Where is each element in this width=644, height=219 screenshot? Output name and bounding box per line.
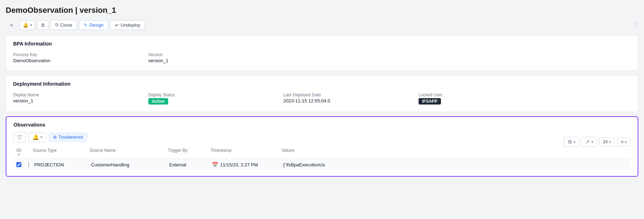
view-toggle[interactable]: ≡ ▾ (617, 138, 630, 146)
version-cell: Version version_1 (148, 51, 283, 65)
bpa-info-title: BPA Information (13, 41, 631, 47)
deploy-name-cell: Deploy Name version_1 (13, 91, 148, 106)
status-badge: Active (148, 98, 168, 105)
export-button[interactable]: ↗ ▾ (581, 137, 597, 147)
page-title: DemoObservation | version_1 (6, 6, 638, 15)
deploy-status-label: Deploy Status (148, 92, 283, 97)
export-icon: ↗ (585, 139, 590, 145)
deployment-info-title: Deployment Information (13, 81, 631, 87)
deployment-info-card: Deployment Information Deploy Name versi… (6, 75, 638, 112)
design-button[interactable]: ✎ Design (79, 20, 108, 30)
locked-user-cell: Locked User IFSAPP (419, 91, 631, 106)
view-icon: ≡ (621, 139, 623, 144)
troubleshoot-button[interactable]: ⚙ Troubleshoot (49, 133, 87, 141)
deployment-info-row: Deploy Name version_1 Deploy Status Acti… (13, 91, 631, 106)
obs-bell-button[interactable]: 🔔 ▾ (28, 132, 46, 142)
observations-title: Observations (14, 122, 630, 128)
bell-button[interactable]: 🔔 ▾ (20, 20, 35, 30)
top-toolbar: « 🔔 ▾ 🗑 ⧉ Clone ✎ Design ↩ Undeploy ♡ (6, 20, 638, 30)
undeploy-button[interactable]: ↩ Undeploy (110, 20, 145, 30)
observations-toolbar: ▽ 🔔 ▾ ⚙ Troubleshoot ⚙ ▾ ↗ ▾ (14, 132, 630, 142)
count-label: (1) (16, 148, 21, 152)
export-chevron: ▾ (591, 140, 593, 144)
count-selector[interactable]: 24 ▾ (599, 138, 615, 146)
locked-user-badge: IFSAPP (419, 98, 441, 105)
deploy-status-cell: Deploy Status Active (148, 91, 283, 106)
process-key-value: DemoObservation (13, 58, 148, 63)
calendar-icon: 📅 (212, 162, 218, 167)
version-value: version_1 (148, 58, 283, 63)
check-label: ✓ (17, 152, 21, 156)
design-icon: ✎ (84, 22, 87, 28)
gear-icon: ⚙ (568, 139, 572, 145)
count-value: 24 (603, 139, 608, 144)
observations-card: Observations ▽ 🔔 ▾ ⚙ Troubleshoot ⚙ ▾ (6, 116, 638, 177)
settings-button[interactable]: ⚙ ▾ (564, 137, 579, 147)
bell-icon: 🔔 (23, 22, 28, 28)
row-source-type: PROJECTION (33, 162, 90, 167)
row-values: {"ifsBpaExecutionUs (282, 162, 630, 167)
row-checkbox-cell[interactable] (14, 162, 24, 167)
deploy-name-value: version_1 (13, 98, 148, 103)
last-deployed-cell: Last Deployed Date 2023-11-15 12:55:04.0 (283, 91, 419, 106)
col-menu-header (24, 148, 33, 156)
count-chevron: ▾ (609, 140, 611, 144)
filter-icon: ▽ (17, 134, 22, 140)
col-timestamp-header: Timestamp (211, 148, 282, 156)
view-chevron: ▾ (625, 140, 627, 144)
col-source-name-header: Source Name (90, 148, 168, 156)
deploy-name-label: Deploy Name (13, 92, 148, 97)
row-timestamp: 📅 11/15/23, 2:27 PM (211, 162, 282, 167)
timestamp-value: 11/15/23, 2:27 PM (220, 162, 258, 167)
bpa-info-row: Process Key DemoObservation Version vers… (13, 51, 631, 65)
table-header: (1) ✓ Source Type Source Name Trigger By… (14, 146, 630, 159)
trash-button[interactable]: 🗑 (37, 20, 48, 30)
favorite-button[interactable]: ♡ (633, 21, 638, 29)
obs-bell-icon: 🔔 (32, 134, 39, 140)
bpa-info-card: BPA Information Process Key DemoObservat… (6, 35, 638, 71)
trash-icon: 🗑 (41, 22, 45, 28)
undeploy-icon: ↩ (115, 22, 119, 28)
col-values-header: Values (282, 148, 630, 156)
version-label: Version (148, 52, 283, 57)
row-source-name: CustomerHandling (90, 162, 168, 167)
process-key-label: Process Key (13, 52, 148, 57)
last-deployed-value: 2023-11-15 12:55:04.0 (283, 98, 419, 103)
row-trigger-by: External (168, 162, 211, 167)
gear-chevron: ▾ (574, 140, 575, 144)
filter-button[interactable]: ▽ (14, 132, 26, 142)
process-key-cell: Process Key DemoObservation (13, 51, 148, 65)
col-source-type-header: Source Type (33, 148, 90, 156)
row-menu-button[interactable]: ⋮ (24, 162, 33, 167)
locked-user-label: Locked User (419, 92, 631, 97)
clone-button[interactable]: ⧉ Clone (50, 20, 77, 30)
table-row: ⋮ PROJECTION CustomerHandling External 📅… (14, 159, 630, 170)
back-button[interactable]: « (6, 20, 17, 30)
row-checkbox[interactable] (16, 162, 21, 167)
col-trigger-header: Trigger By (168, 148, 211, 156)
col-select-header: (1) ✓ (14, 148, 24, 156)
bell-chevron: ▾ (30, 23, 32, 27)
last-deployed-label: Last Deployed Date (283, 92, 419, 97)
clone-icon: ⧉ (55, 22, 58, 28)
troubleshoot-icon: ⚙ (53, 135, 57, 140)
observations-table: (1) ✓ Source Type Source Name Trigger By… (14, 146, 630, 170)
obs-bell-chevron: ▾ (41, 135, 42, 139)
obs-right-toolbar: ⚙ ▾ ↗ ▾ 24 ▾ ≡ ▾ (564, 137, 630, 147)
